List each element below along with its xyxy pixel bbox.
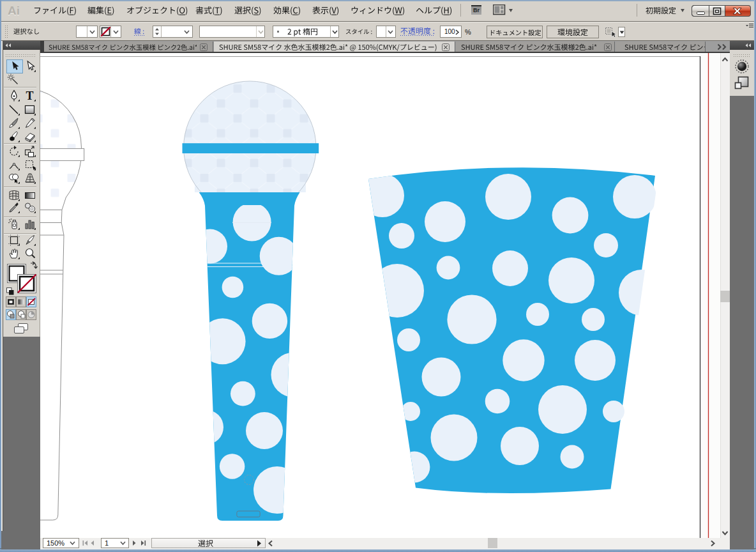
svg-text:Ai: Ai [8,4,20,17]
svg-text:T: T [26,89,34,102]
